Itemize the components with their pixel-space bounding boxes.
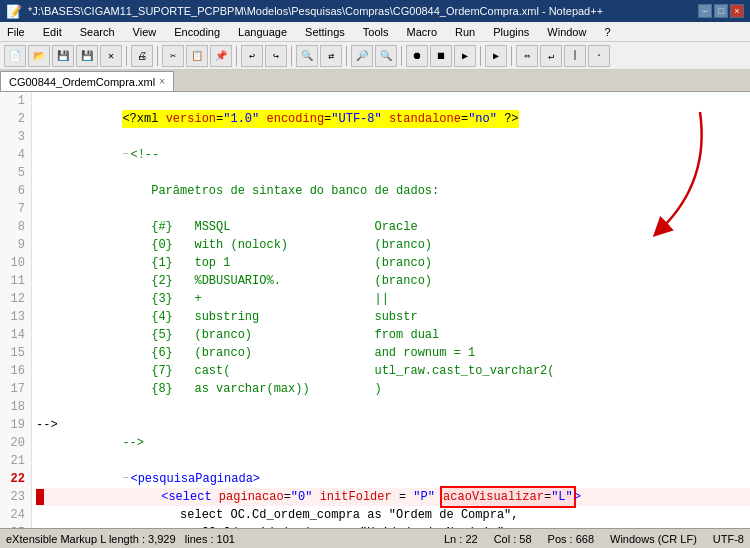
comment-line-10: {1} top 1 (branco) [151,254,432,272]
whitespace-button[interactable]: · [588,45,610,67]
menu-edit[interactable]: Edit [40,25,65,39]
menu-file[interactable]: File [4,25,28,39]
fold-marker-4[interactable] [122,146,128,164]
code-line-1 [36,92,750,110]
title-bar: 📝 *J:\BASES\CIGAM11_SUPORTE_PCPBPM\Model… [0,0,750,22]
comment-line-8: {#} MSSQL Oracle [151,218,417,236]
attr-acao-highlighted: acaoVisualizar="L" [442,488,574,506]
comment-line-17: {8} as varchar(max)) ) [151,380,381,398]
save-button[interactable]: 💾 [52,45,74,67]
code-area[interactable]: <?xml version="1.0" encoding="UTF-8" sta… [32,92,750,528]
comment-line-14: {5} (branco) from dual [151,326,439,344]
save-all-button[interactable]: 💾 [76,45,98,67]
comment-line-9: {0} with (nolock) (branco) [151,236,432,254]
minimize-button[interactable]: − [698,4,712,18]
tab-label: CG00844_OrdemCompra.xml [9,76,155,88]
ln-17: 17 [4,380,25,398]
menu-search[interactable]: Search [77,25,118,39]
status-filetype: eXtensible Markup L length : 3,929 lines… [6,533,235,545]
paste-button[interactable]: 📌 [210,45,232,67]
ln-19: 19 [4,416,25,434]
code-line-19: --> [36,434,750,452]
val-initfolder: "P" [413,488,435,506]
toolbar-sep-6 [401,46,402,66]
comment-line-11: {2} %DBUSUARIO%. (branco) [151,272,432,290]
menu-help[interactable]: ? [601,25,613,39]
word-wrap-button[interactable]: ↵ [540,45,562,67]
status-length: eXtensible Markup L length : 3,929 lines… [6,533,235,545]
maximize-button[interactable]: □ [714,4,728,18]
val-paginacao: "0" [291,488,313,506]
comment-line-12: {3} + || [151,290,389,308]
close-button[interactable]: × [730,4,744,18]
error-indicator [36,489,44,505]
comment-close: --> [122,434,144,452]
ln-24: 24 [4,506,25,524]
cut-button[interactable]: ✂ [162,45,184,67]
ln-9: 9 [4,236,25,254]
code-line-17: {8} as varchar(max)) ) [36,380,750,398]
menu-settings[interactable]: Settings [302,25,348,39]
ln-2: 2 [4,110,25,128]
toolbar-sep-5 [346,46,347,66]
menu-plugins[interactable]: Plugins [490,25,532,39]
find-button[interactable]: 🔍 [296,45,318,67]
open-button[interactable]: 📂 [28,45,50,67]
sync-scroll-button[interactable]: ⇔ [516,45,538,67]
indent-guide-button[interactable]: | [564,45,586,67]
ln-22: 22 [4,470,25,488]
tab-file[interactable]: CG00844_OrdemCompra.xml × [0,71,174,91]
code-line-6: Parâmetros de sintaxe do banco de dados: [36,182,750,200]
new-button[interactable]: 📄 [4,45,26,67]
macro-stop-button[interactable]: ⏹ [430,45,452,67]
redo-button[interactable]: ↪ [265,45,287,67]
ln-4: 4 [4,146,25,164]
sql-line-24: OC.Cd_unidade_de_n as "Unidade de Negóci… [202,524,512,528]
ln-3: 3 [4,128,25,146]
zoom-in-button[interactable]: 🔎 [351,45,373,67]
code-line-22: <select paginacao="0" initFolder = "P" a… [36,488,750,506]
macro-record-button[interactable]: ⏺ [406,45,428,67]
close-doc-button[interactable]: ✕ [100,45,122,67]
tab-close-icon[interactable]: × [159,76,165,87]
status-encoding: UTF-8 [713,533,744,545]
ln-6: 6 [4,182,25,200]
code-line-24: OC.Cd_unidade_de_n as "Unidade de Negóci… [36,524,750,528]
replace-button[interactable]: ⇄ [320,45,342,67]
select-tag-open: < [161,488,168,506]
toolbar-sep-3 [236,46,237,66]
copy-button[interactable]: 📋 [186,45,208,67]
window-title: *J:\BASES\CIGAM11_SUPORTE_PCPBPM\Modelos… [28,5,603,17]
editor: 1 2 3 4 5 6 7 8 9 10 11 12 13 14 15 16 1… [0,92,750,528]
ln-1: 1 [4,92,25,110]
run-button[interactable]: ▶ [485,45,507,67]
ln-5: 5 [4,164,25,182]
ln-20: 20 [4,434,25,452]
toolbar-sep-1 [126,46,127,66]
select-tag-close-bracket: > [574,488,581,506]
sql-line-23: select OC.Cd_ordem_compra as "Ordem de C… [180,506,518,524]
status-right: Ln : 22 Col : 58 Pos : 668 Windows (CR L… [444,533,744,545]
menu-macro[interactable]: Macro [403,25,440,39]
status-eol: Windows (CR LF) [610,533,697,545]
comment-line-16: {7} cast( utl_raw.cast_to_varchar2( [151,362,554,380]
zoom-out-button[interactable]: 🔍 [375,45,397,67]
menu-run[interactable]: Run [452,25,478,39]
title-bar-controls[interactable]: − □ × [698,4,744,18]
ln-23: 23 [4,488,25,506]
menu-language[interactable]: Language [235,25,290,39]
print-button[interactable]: 🖨 [131,45,153,67]
menu-view[interactable]: View [130,25,160,39]
status-col: Col : 58 [494,533,532,545]
macro-play-button[interactable]: ▶ [454,45,476,67]
undo-button[interactable]: ↩ [241,45,263,67]
comment-line-15: {6} (branco) and rownum = 1 [151,344,475,362]
title-bar-left: 📝 *J:\BASES\CIGAM11_SUPORTE_PCPBPM\Model… [6,4,603,19]
menu-tools[interactable]: Tools [360,25,392,39]
line-numbers: 1 2 3 4 5 6 7 8 9 10 11 12 13 14 15 16 1… [0,92,32,528]
menu-encoding[interactable]: Encoding [171,25,223,39]
comment-line-13: {4} substring substr [151,308,417,326]
xml-pi: <?xml version="1.0" encoding="UTF-8" sta… [122,110,518,128]
menu-window[interactable]: Window [544,25,589,39]
app-icon: 📝 [6,4,22,19]
